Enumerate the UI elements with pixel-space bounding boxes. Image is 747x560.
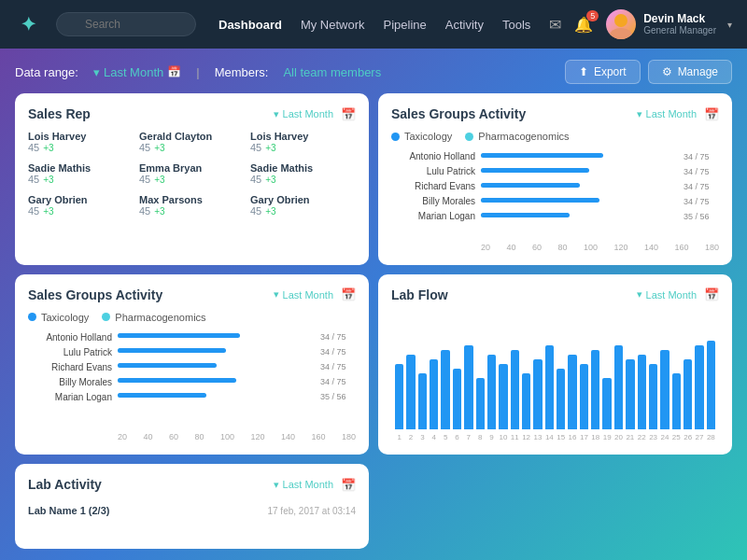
bar-label: Richard Evans (391, 181, 475, 191)
filter-bar: Data range: Last Month 📅 | Members: All … (15, 60, 732, 84)
members-label: Members: (215, 65, 269, 79)
vbar-column (545, 345, 554, 429)
rep-name: Lois Harvey (250, 131, 356, 142)
vbar-label: 15 (557, 433, 565, 441)
axis-label: 60 (169, 432, 178, 441)
vbar-column (522, 373, 530, 429)
navbar: ✦ 🔍 Dashboard My Network Pipeline Activi… (0, 0, 747, 49)
vbar-label: 22 (638, 433, 646, 441)
legend-taxicology-b: Taxicology (28, 312, 89, 323)
search-input[interactable] (56, 12, 196, 36)
user-menu[interactable]: Devin Mack General Manager ▾ (606, 9, 732, 39)
lab-flow-calendar-icon[interactable]: 📅 (704, 287, 719, 301)
nav-dashboard[interactable]: Dashboard (218, 18, 282, 32)
rep-delta: +3 (154, 143, 164, 153)
sales-groups-top-calendar-icon[interactable]: 📅 (704, 107, 719, 121)
taxicology-dot-b (28, 313, 36, 321)
vbar-primary (430, 359, 438, 429)
rep-stats: 45 +3 (250, 205, 356, 217)
rep-stats: 45 +3 (28, 142, 134, 153)
pharmacogenomics-label: Pharmacogenomics (478, 131, 569, 142)
bar-label: Richard Evans (28, 362, 112, 372)
user-info: Devin Mack General Manager (643, 12, 716, 36)
vbar-column (441, 350, 449, 429)
bar-row: Antonio Holland 34 / 75 (391, 151, 719, 161)
vbar-label: 11 (511, 433, 519, 441)
bar-track (118, 362, 315, 371)
lab-flow-filter-wrap: Last Month 📅 (637, 287, 719, 301)
bar-value: 34 / 75 (684, 182, 719, 191)
bar-track (118, 377, 315, 386)
sales-groups-top-header: Sales Groups Activity Last Month 📅 (391, 106, 719, 121)
vbar-label: 13 (533, 433, 542, 441)
svg-point-0 (614, 14, 627, 27)
taxicology-label-b: Taxicology (41, 312, 89, 323)
sales-groups-top-bars: Antonio Holland 34 / 75 Lulu Patrick 34 … (391, 151, 719, 237)
legend-pharmacogenomics-b: Pharmacogenomics (102, 312, 205, 323)
axis-label: 180 (342, 432, 356, 441)
rep-stats: 45 +3 (28, 205, 134, 217)
bar-value: 34 / 75 (320, 377, 356, 386)
nav-pipeline[interactable]: Pipeline (384, 18, 427, 32)
lab-item: Lab Name 1 (2/3) 17 feb, 2017 at 03:14 (28, 501, 356, 520)
vbar-label: 6 (453, 433, 461, 441)
lab-activity-calendar-icon[interactable]: 📅 (341, 478, 356, 492)
bar-track (481, 167, 678, 176)
axis-label: 20 (481, 243, 490, 252)
bar-row: Marian Logan 35 / 56 (391, 211, 719, 221)
bar-value: 35 / 56 (684, 212, 719, 221)
export-button[interactable]: ⬆ Export (565, 60, 641, 84)
vbar-label: 19 (602, 433, 611, 441)
lab-activity-filter[interactable]: Last Month (274, 479, 333, 491)
vbar-column (511, 350, 519, 429)
manage-button[interactable]: ⚙ Manage (648, 60, 732, 84)
lab-flow-card: Lab Flow Last Month 📅 (378, 274, 732, 455)
pharmacogenomics-dot-b (102, 313, 110, 321)
rep-delta: +3 (154, 175, 164, 185)
bar-row: Antonio Holland 34 / 75 (28, 332, 356, 343)
vbar-column (464, 345, 472, 429)
bar-label: Billy Morales (391, 196, 475, 206)
bar-fill-primary (118, 393, 206, 398)
rep-name: Gary Obrien (250, 194, 356, 205)
sales-rep-filter[interactable]: Last Month (274, 108, 333, 120)
sales-groups-top-chevron-icon (637, 108, 642, 120)
bar-label: Lulu Patrick (28, 347, 112, 357)
sales-groups-bottom-calendar-icon[interactable]: 📅 (341, 287, 356, 301)
bar-row: Billy Morales 34 / 75 (391, 196, 719, 206)
export-icon: ⬆ (579, 65, 588, 78)
bar-fill-primary (118, 378, 236, 383)
axis-label: 80 (194, 432, 204, 441)
calendar-icon[interactable]: 📅 (167, 65, 181, 78)
lab-flow-filter[interactable]: Last Month (637, 288, 697, 301)
vbar-column (626, 359, 634, 429)
vbar-column (453, 369, 461, 429)
members-filter[interactable]: All team members (283, 65, 381, 79)
vbar-primary (602, 378, 611, 429)
date-range-filter[interactable]: Last Month 📅 (93, 65, 181, 79)
vbar-primary (707, 341, 715, 429)
bar-track (481, 152, 678, 161)
vbar-label: 12 (522, 433, 530, 441)
sales-rep-calendar-icon[interactable]: 📅 (341, 107, 356, 121)
vbar-labels: 1234567891011121314151617181920212223242… (391, 429, 719, 441)
vbar-label: 8 (476, 433, 485, 441)
vbar-column (638, 355, 646, 429)
sales-groups-bottom-filter[interactable]: Last Month (274, 288, 333, 301)
vbar-column (406, 355, 415, 429)
vbar-column (602, 378, 611, 429)
bar-track (118, 347, 315, 357)
bar-row: Richard Evans 34 / 75 (28, 362, 356, 372)
bar-row: Lulu Patrick 34 / 75 (28, 347, 356, 357)
nav-activity[interactable]: Activity (445, 18, 484, 32)
bar-label: Marian Logan (391, 211, 475, 221)
bar-track (481, 182, 678, 191)
logo-icon: ✦ (15, 13, 41, 35)
date-range-chevron-icon (93, 65, 100, 79)
mail-icon[interactable]: ✉ (549, 16, 561, 34)
nav-tools[interactable]: Tools (502, 18, 530, 32)
nav-my-network[interactable]: My Network (301, 18, 365, 32)
sales-groups-top-filter[interactable]: Last Month (637, 108, 697, 120)
vbar-column (499, 364, 507, 429)
notifications-wrap[interactable]: 🔔 5 (574, 16, 593, 34)
